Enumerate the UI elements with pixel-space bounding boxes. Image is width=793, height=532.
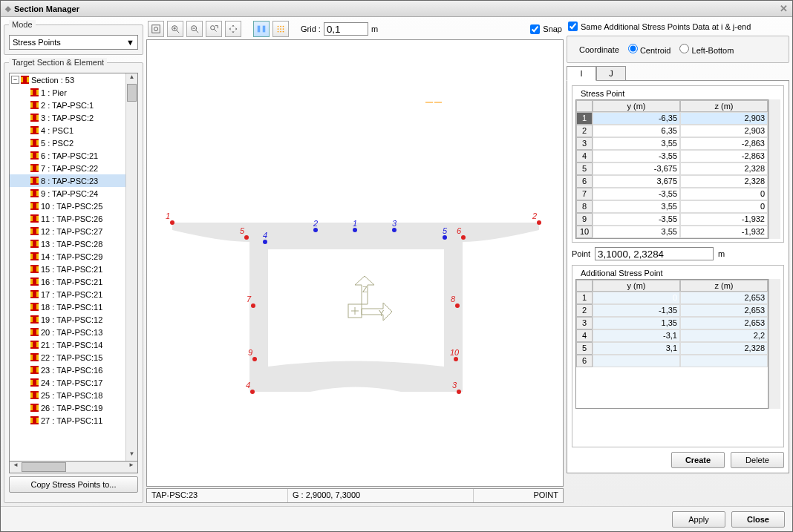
same-points-label[interactable]: Same Additional Stress Points Data at i … bbox=[581, 22, 751, 31]
snap-checkbox[interactable] bbox=[530, 24, 540, 34]
additional-point-marker[interactable] bbox=[353, 228, 357, 232]
tree-item[interactable]: 26 : TAP-PSC:19 bbox=[10, 401, 125, 414]
tree-item[interactable]: 14 : TAP-PSC:29 bbox=[10, 250, 125, 263]
tree-item[interactable]: 3 : TAP-PSC:2 bbox=[10, 111, 125, 124]
coord-centroid-radio[interactable]: Centroid bbox=[628, 44, 671, 55]
table-row[interactable]: 103,55-1,932 bbox=[576, 226, 768, 238]
stress-point-marker[interactable] bbox=[455, 303, 460, 308]
snap-label[interactable]: Snap bbox=[543, 24, 562, 33]
same-points-checkbox[interactable] bbox=[568, 22, 578, 31]
copy-stress-points-button[interactable]: Copy Stress Points to... bbox=[9, 476, 138, 493]
section-canvas[interactable]: Z Y 1234567891012345 bbox=[146, 39, 564, 487]
show-nodes-button[interactable] bbox=[253, 21, 270, 37]
tree-item[interactable]: 2 : TAP-PSC:1 bbox=[10, 99, 125, 111]
additional-scroll[interactable] bbox=[768, 279, 780, 409]
create-button[interactable]: Create bbox=[671, 452, 725, 468]
close-icon[interactable]: ✕ bbox=[780, 3, 788, 14]
stress-point-table[interactable]: y (m)z (m)1-6,352,90326,352,90333,55-2,8… bbox=[575, 99, 768, 239]
tab-j[interactable]: J bbox=[596, 66, 626, 81]
tree-item[interactable]: 20 : TAP-PSC:13 bbox=[10, 326, 125, 338]
table-row[interactable]: 33,55-2,863 bbox=[576, 137, 768, 150]
table-row[interactable]: 5-3,6752,328 bbox=[576, 162, 768, 175]
tree-item[interactable]: 15 : TAP-PSC:21 bbox=[10, 263, 125, 275]
table-row[interactable]: 1-6,352,903 bbox=[576, 112, 768, 125]
stress-point-marker[interactable] bbox=[170, 220, 174, 225]
additional-point-marker[interactable] bbox=[313, 228, 318, 232]
svg-rect-0 bbox=[152, 25, 160, 33]
tree-item[interactable]: 18 : TAP-PSC:11 bbox=[10, 301, 125, 313]
tree-item[interactable]: 8 : TAP-PSC:23 bbox=[10, 174, 125, 187]
table-row[interactable]: 102,653 bbox=[576, 292, 768, 304]
table-row[interactable]: 4-3,55-2,863 bbox=[576, 150, 768, 162]
table-row[interactable]: 31,352,653 bbox=[576, 317, 768, 329]
svg-point-16 bbox=[278, 28, 279, 30]
stress-point-scroll[interactable] bbox=[768, 99, 780, 239]
zoom-window-button[interactable] bbox=[206, 21, 222, 37]
tree-item[interactable]: 12 : TAP-PSC:27 bbox=[10, 225, 125, 237]
tree-item[interactable]: 23 : TAP-PSC:16 bbox=[10, 364, 125, 376]
additional-point-marker[interactable] bbox=[392, 228, 396, 232]
stress-point-marker[interactable] bbox=[252, 357, 257, 361]
tab-i[interactable]: I bbox=[567, 66, 596, 81]
coord-leftbottom-radio[interactable]: Left-Bottom bbox=[679, 44, 734, 55]
stress-point-marker[interactable] bbox=[250, 390, 255, 394]
additional-point-marker[interactable] bbox=[443, 235, 447, 240]
svg-line-3 bbox=[177, 30, 180, 33]
tree-item[interactable]: 11 : TAP-PSC:26 bbox=[10, 212, 125, 225]
close-button[interactable]: Close bbox=[731, 511, 785, 528]
tree-item[interactable]: 13 : TAP-PSC:28 bbox=[10, 237, 125, 250]
stress-point-marker[interactable] bbox=[537, 220, 541, 225]
tree-item[interactable]: 25 : TAP-PSC:18 bbox=[10, 389, 125, 401]
svg-point-1 bbox=[154, 27, 157, 30]
status-bar: TAP-PSC:23 G : 2,9000, 7,3000 POINT bbox=[146, 488, 564, 503]
tree-item[interactable]: 4 : PSC1 bbox=[10, 124, 125, 137]
tree-item[interactable]: 22 : TAP-PSC:15 bbox=[10, 351, 125, 364]
tree-item[interactable]: 6 : TAP-PSC:21 bbox=[10, 149, 125, 162]
additional-point-table[interactable]: y (m)z (m)102,6532-1,352,65331,352,6534-… bbox=[575, 279, 768, 409]
tree-item[interactable]: 7 : TAP-PSC:22 bbox=[10, 162, 125, 174]
tree-root[interactable]: −Section : 53 bbox=[10, 73, 125, 86]
tree-item[interactable]: 19 : TAP-PSC:12 bbox=[10, 313, 125, 326]
tree-vscroll[interactable]: ▲ ▼ bbox=[125, 73, 137, 461]
zoom-in-button[interactable] bbox=[167, 21, 183, 37]
additional-point-marker[interactable] bbox=[263, 240, 267, 244]
tree-item[interactable]: 5 : PSC2 bbox=[10, 137, 125, 149]
tree-item[interactable]: 24 : TAP-PSC:17 bbox=[10, 376, 125, 389]
svg-point-15 bbox=[283, 26, 284, 27]
tree-item[interactable]: 16 : TAP-PSC:21 bbox=[10, 275, 125, 288]
mode-value: Stress Points bbox=[13, 38, 61, 47]
grid-input[interactable] bbox=[324, 22, 368, 36]
pan-button[interactable] bbox=[225, 21, 241, 37]
tree-item[interactable]: 9 : TAP-PSC:24 bbox=[10, 187, 125, 200]
tree-item[interactable]: 21 : TAP-PSC:14 bbox=[10, 338, 125, 351]
delete-button[interactable]: Delete bbox=[731, 452, 784, 468]
apply-button[interactable]: Apply bbox=[672, 511, 725, 528]
section-tree[interactable]: −Section : 531 : Pier2 : TAP-PSC:13 : TA… bbox=[10, 73, 125, 461]
status-section: TAP-PSC:23 bbox=[147, 489, 288, 502]
tree-item[interactable]: 10 : TAP-PSC:25 bbox=[10, 200, 125, 212]
table-row[interactable]: 2-1,352,653 bbox=[576, 304, 768, 317]
table-row[interactable]: 4-3,12,2 bbox=[576, 329, 768, 342]
table-row[interactable]: 7-3,550 bbox=[576, 188, 768, 200]
table-row[interactable]: 9-3,55-1,932 bbox=[576, 213, 768, 226]
tree-item[interactable]: 17 : TAP-PSC:21 bbox=[10, 288, 125, 301]
point-input[interactable] bbox=[595, 247, 714, 260]
mode-select[interactable]: Stress Points ▼ bbox=[9, 35, 138, 50]
table-row[interactable]: 26,352,903 bbox=[576, 125, 768, 137]
zoom-fit-button[interactable] bbox=[148, 21, 164, 37]
tree-item[interactable]: 1 : Pier bbox=[10, 86, 125, 99]
stress-point-marker[interactable] bbox=[461, 235, 466, 240]
table-row[interactable]: 83,550 bbox=[576, 200, 768, 213]
zoom-out-button[interactable] bbox=[186, 21, 203, 37]
show-grid-button[interactable] bbox=[273, 21, 289, 37]
stress-point-marker[interactable] bbox=[454, 357, 458, 361]
tree-item[interactable]: 27 : TAP-PSC:11 bbox=[10, 414, 125, 427]
table-row[interactable]: 63,6752,328 bbox=[576, 175, 768, 188]
table-row[interactable]: 6 bbox=[576, 355, 768, 367]
stress-point-marker[interactable] bbox=[457, 390, 461, 394]
stress-point-marker[interactable] bbox=[244, 235, 249, 240]
point-label: Point bbox=[572, 249, 590, 258]
tree-hscroll[interactable]: ◄► bbox=[9, 462, 138, 473]
stress-point-marker[interactable] bbox=[251, 303, 255, 308]
table-row[interactable]: 53,12,328 bbox=[576, 342, 768, 355]
